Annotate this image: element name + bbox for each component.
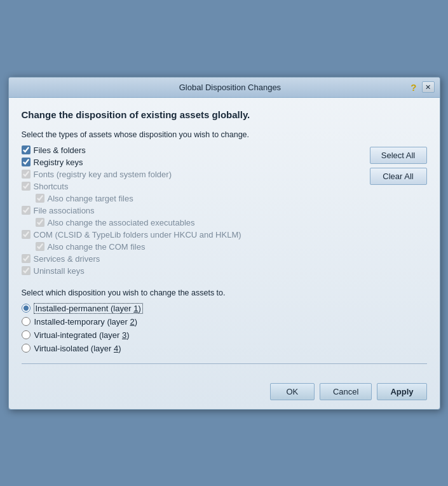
radio-layer1: Installed-permanent (layer 1) [22, 304, 427, 313]
main-heading: Change the disposition of existing asset… [22, 108, 427, 121]
asset-section-label: Select the types of assets whose disposi… [22, 130, 427, 139]
asset-section: Files & folders Registry keys Fonts (reg… [22, 145, 427, 278]
clear-all-button[interactable]: Clear All [370, 168, 427, 185]
radio-layer3-label: Virtual-integrated (layer 3) [34, 330, 130, 340]
checkbox-fonts-label: Fonts (registry key and system folder) [34, 170, 172, 179]
close-button[interactable]: ✕ [422, 81, 435, 93]
radio-layer1-label: Installed-permanent (layer 1) [34, 304, 142, 313]
checkbox-shortcuts-input[interactable] [22, 182, 31, 191]
radio-layer4: Virtual-isolated (layer 4) [22, 344, 427, 353]
disposition-label: Select which disposition you wish to cha… [22, 288, 427, 297]
dialog-footer: OK Cancel Apply [9, 378, 440, 409]
radio-layer3-input[interactable] [22, 330, 31, 339]
checkbox-files-folders-label: Files & folders [34, 145, 86, 155]
radio-layer1-input[interactable] [22, 304, 31, 313]
checkbox-shortcuts: Shortcuts [22, 182, 363, 191]
checkbox-target-files-label: Also change target files [48, 194, 133, 203]
checkbox-executables: Also change the associated executables [22, 218, 363, 227]
checkbox-uninstall-input[interactable] [22, 266, 31, 275]
checkbox-file-assoc-input[interactable] [22, 206, 31, 215]
checkbox-files-folders-input[interactable] [22, 145, 31, 154]
radio-layer2-label: Installed-temporary (layer 2) [34, 317, 138, 327]
select-all-button[interactable]: Select All [370, 147, 427, 164]
radio-layer4-input[interactable] [22, 344, 31, 353]
checkbox-com-input[interactable] [22, 230, 31, 239]
checkbox-file-assoc: File associations [22, 206, 363, 215]
checkbox-services-input[interactable] [22, 254, 31, 263]
checkbox-com-label: COM (CLSID & TypeLib folders under HKCU … [34, 230, 241, 240]
footer-separator [22, 363, 427, 364]
ok-button[interactable]: OK [270, 383, 315, 400]
title-bar-controls: ? ✕ [408, 81, 434, 93]
checkbox-executables-input[interactable] [36, 218, 44, 227]
checkbox-registry-keys-input[interactable] [22, 158, 31, 166]
checkbox-services-label: Services & drivers [34, 254, 100, 264]
checkbox-com-files-input[interactable] [36, 242, 44, 251]
dialog-window: Global Disposition Changes ? ✕ Change th… [8, 77, 440, 410]
checkbox-executables-label: Also change the associated executables [48, 218, 195, 227]
cancel-button[interactable]: Cancel [320, 383, 372, 400]
radio-layer3: Virtual-integrated (layer 3) [22, 330, 427, 340]
radio-layer2: Installed-temporary (layer 2) [22, 317, 427, 327]
help-button[interactable]: ? [408, 82, 419, 93]
side-buttons-panel: Select All Clear All [370, 145, 427, 278]
apply-button[interactable]: Apply [377, 383, 426, 400]
checkbox-registry-keys-label: Registry keys [34, 158, 83, 167]
checkbox-uninstall: Uninstall keys [22, 266, 363, 276]
dialog-title: Global Disposition Changes [52, 83, 409, 92]
disposition-section: Select which disposition you wish to cha… [22, 288, 427, 353]
checkbox-fonts-input[interactable] [22, 170, 31, 179]
checkbox-registry-keys: Registry keys [22, 158, 363, 167]
checkbox-services: Services & drivers [22, 254, 363, 264]
checkbox-files-folders: Files & folders [22, 145, 363, 155]
checkbox-target-files: Also change target files [22, 194, 363, 203]
title-bar: Global Disposition Changes ? ✕ [9, 78, 440, 98]
checkbox-target-files-input[interactable] [36, 194, 44, 203]
dialog-body: Change the disposition of existing asset… [9, 98, 440, 378]
checkbox-fonts: Fonts (registry key and system folder) [22, 170, 363, 179]
checkbox-com: COM (CLSID & TypeLib folders under HKCU … [22, 230, 363, 240]
checkbox-uninstall-label: Uninstall keys [34, 266, 85, 276]
radio-layer2-input[interactable] [22, 317, 31, 326]
radio-layer4-label: Virtual-isolated (layer 4) [34, 344, 121, 353]
checkbox-file-assoc-label: File associations [34, 206, 95, 215]
checkbox-list: Files & folders Registry keys Fonts (reg… [22, 145, 363, 278]
checkbox-com-files: Also change the COM files [22, 242, 363, 252]
checkbox-shortcuts-label: Shortcuts [34, 182, 69, 191]
checkbox-com-files-label: Also change the COM files [48, 242, 146, 252]
